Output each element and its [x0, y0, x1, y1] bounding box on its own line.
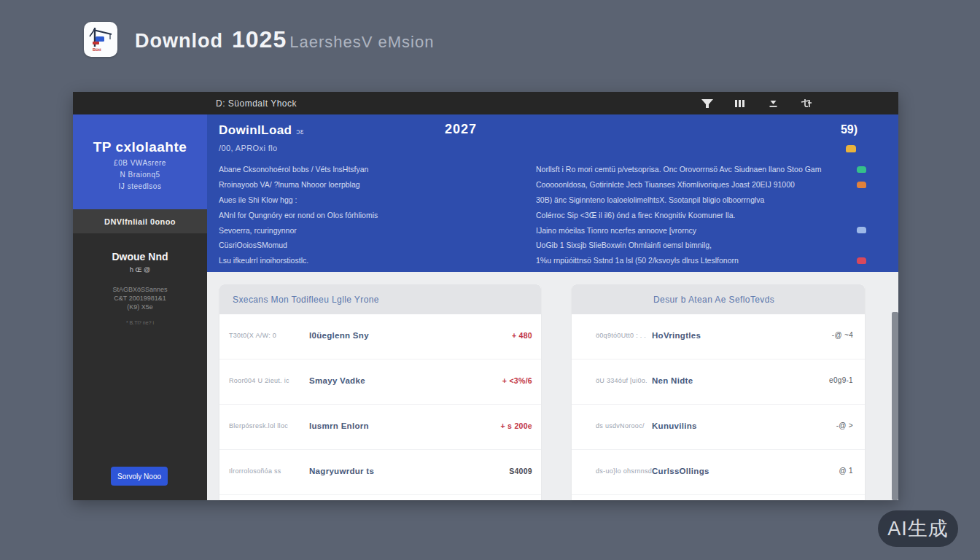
- summary-row-right: Cooooonldosa, Gotirinlcte Jecb Tiuanses …: [536, 180, 849, 189]
- count-badge-icon: [846, 145, 856, 152]
- list-item[interactable]: öU 334óuf [ui0o. Nen Nidte e0g9-1: [572, 359, 865, 405]
- summary-subtitle: /00, APROxi flo: [219, 144, 278, 152]
- list-item[interactable]: Ilrorrolosoñóa ss Nagryuwrdur ts S4009: [219, 450, 541, 495]
- summary-row[interactable]: Rroinayoob VA/ ?lnuma Nhooor loerpblag C…: [219, 177, 898, 192]
- summary-row-icon-slot: [849, 242, 898, 249]
- row-name: Smayy Vadke: [309, 376, 365, 385]
- sidebar: TP cxlolaahte £0B VWAsrereN Braionq5IJ s…: [73, 114, 207, 500]
- row-label: ö0q9tó0Utt0 : . .: [596, 332, 646, 339]
- app-logo: Büti: [84, 22, 117, 57]
- summary-panel: DowinlLoadɔɛ 2027 59) /00, APROxi flo Ab…: [207, 114, 898, 272]
- filter-icon[interactable]: [701, 98, 714, 109]
- sidebar-section-header[interactable]: DNVlfnliail 0onoo: [73, 209, 207, 233]
- card-left-rows: T30t0(X A/W: 0 I0üeglenn Sny + 480 Roor0…: [219, 314, 541, 495]
- vertical-scrollbar[interactable]: [892, 312, 898, 500]
- list-item[interactable]: Roor004 U 2ieut. ic Smayy Vadke + <3%/6: [219, 359, 541, 405]
- sidebar-hero: TP cxlolaahte £0B VWAsrereN Braionq5IJ s…: [73, 114, 207, 209]
- glyph-icon[interactable]: [799, 98, 812, 109]
- summary-title: DowinlLoadɔɛ: [219, 123, 304, 138]
- summary-row-left: Rroinayoob VA/ ?lnuma Nhooor loerpblag: [219, 180, 536, 189]
- card-right-header: Desur b Atean Ae SefloTevds: [572, 284, 865, 314]
- profile-lines: StAGBXöSSannesC&T 20019981&1(K9) X5e: [73, 285, 207, 311]
- status-dot-icon: [857, 227, 866, 233]
- summary-row-right: Norllsft i Ro mori cemtü p/vetsoprisa. O…: [536, 165, 849, 174]
- summary-row-left: Abane Cksonohoérol bobs / Véts lnsHtsfya…: [219, 165, 536, 174]
- row-label: ds usdvNorooc/: [596, 422, 645, 429]
- titlebar-icons: [701, 98, 812, 109]
- summary-row-icon-slot: [849, 227, 898, 233]
- list-item[interactable]: Blerpósresk.lol lloc lusmrn Enlorn + s 2…: [219, 405, 541, 450]
- summary-title-suffix: ɔɛ: [296, 128, 303, 136]
- list-item[interactable]: ö0q9tó0Utt0 : . . HoVringtles -@ ~4: [572, 314, 865, 359]
- sidebar-title: TP cxlolaahte: [73, 139, 207, 155]
- row-label: Ilrorrolosoñóa ss: [229, 467, 281, 475]
- summary-row-icon-slot: [849, 257, 898, 264]
- card-right-rows: ö0q9tó0Utt0 : . . HoVringtles -@ ~4 öU 3…: [572, 314, 865, 495]
- sidebar-hero-line: N Braionq5: [73, 171, 207, 179]
- profile-tiny: * B.Tl? ne? i: [73, 320, 207, 325]
- sidebar-hero-line: £0B VWAsrere: [73, 159, 207, 167]
- row-name: Kunuvilins: [652, 421, 697, 430]
- status-dot-icon: [857, 182, 866, 188]
- row-value: + <3%/6: [502, 376, 532, 385]
- sidebar-action-button[interactable]: Sorvoly Nooo: [111, 467, 168, 486]
- page: Büti Downlod 1025 LaershesV eMsion D: Sü…: [0, 0, 980, 560]
- summary-row[interactable]: ANnl for Qungnóry eor nond on Olos fórhl…: [219, 207, 898, 222]
- page-subtitle: LaershesV eMsion: [289, 33, 434, 52]
- row-name: CurlssOllings: [652, 467, 709, 475]
- card-left: Sxecans Mon Todifleeu Lglle Yrone T30t0(…: [219, 284, 541, 500]
- row-label: öU 334óuf [ui0o.: [596, 377, 648, 384]
- summary-row-left: CüsriOoiosSMomud: [219, 241, 536, 249]
- crane-icon: Büti: [84, 22, 117, 57]
- summary-row[interactable]: Abane Cksonohoérol bobs / Véts lnsHtsfya…: [219, 162, 898, 177]
- list-item[interactable]: ds-uo}lo ohsrnnsd CurlssOllings @ 1: [572, 450, 865, 495]
- row-name: lusmrn Enlorn: [309, 421, 369, 430]
- status-dot-icon: [857, 166, 866, 173]
- profile-line: (K9) X5e: [73, 303, 207, 311]
- summary-row[interactable]: Sevoerra, rcuringynnor IJaino móeilas Ti…: [219, 222, 898, 238]
- svg-text:Büti: Büti: [93, 47, 101, 52]
- row-name: Nen Nidte: [652, 376, 693, 385]
- row-value: + 480: [512, 331, 532, 340]
- summary-row-icon-slot: [849, 211, 898, 218]
- summary-row-right: IJaino móeilas Tionro ncerfes annoove [v…: [536, 226, 849, 235]
- summary-row[interactable]: CüsriOoiosSMomud UoGib 1 Sixsjb SlieBoxw…: [219, 238, 898, 253]
- row-value: e0g9-1: [829, 376, 853, 384]
- summary-row[interactable]: Lsu ifkeulrrl inoihorstiostlc. 1%u rnpüó…: [219, 253, 898, 268]
- summary-row-icon-slot: [849, 166, 898, 173]
- summary-row-right: 1%u rnpüóittnsö Sstnd 1a lsl (50 2/ksvoy…: [536, 256, 849, 265]
- download-icon[interactable]: [766, 98, 779, 109]
- card-left-header: Sxecans Mon Todifleeu Lglle Yrone: [219, 284, 541, 314]
- summary-row-left: Lsu ifkeulrrl inoihorstiostlc.: [219, 256, 536, 265]
- summary-count: 59): [841, 123, 858, 136]
- profile-sub: h Œ @: [73, 266, 207, 273]
- summary-row-right: UoGib 1 Sixsjb SlieBoxwin Ohmlainfi oems…: [536, 241, 849, 249]
- summary-rows: Abane Cksonohoérol bobs / Véts lnsHtsfya…: [219, 162, 898, 268]
- summary-row-left: ANnl for Qungnóry eor nond on Olos fórhl…: [219, 211, 536, 219]
- summary-row[interactable]: Aues ile Shi Klow hgg : 30B) änc Siginnt…: [219, 192, 898, 208]
- row-label: T30t0(X A/W: 0: [229, 332, 276, 339]
- row-value: -@ >: [836, 421, 853, 429]
- row-name: I0üeglenn Sny: [309, 331, 369, 340]
- list-item[interactable]: T30t0(X A/W: 0 I0üeglenn Sny + 480: [219, 314, 541, 359]
- window-title: D: Süomdalt Yhock: [216, 98, 297, 109]
- sidebar-hero-line: IJ steedlsos: [73, 182, 207, 190]
- sidebar-hero-lines: £0B VWAsrereN Braionq5IJ steedlsos: [73, 159, 207, 190]
- row-value: -@ ~4: [832, 331, 853, 339]
- summary-row-left: Sevoerra, rcuringynnor: [219, 226, 536, 235]
- status-dot-icon: [857, 257, 866, 264]
- row-name: HoVringtles: [652, 331, 701, 340]
- row-value: + s 200e: [500, 421, 532, 430]
- card-right: Desur b Atean Ae SefloTevds ö0q9tó0Utt0 …: [572, 284, 865, 500]
- summary-row-icon-slot: [849, 182, 898, 188]
- ai-watermark-badge: AI生成: [878, 510, 958, 547]
- row-name: Nagryuwrdur ts: [309, 467, 374, 475]
- columns-icon[interactable]: [734, 98, 747, 109]
- page-version: 1025: [232, 26, 287, 53]
- row-value: @ 1: [839, 467, 853, 475]
- summary-row-right: 30B) änc Siginnteno loaloelolimelhtsX. S…: [536, 195, 849, 204]
- profile-line: StAGBXöSSannes: [73, 285, 207, 294]
- window-titlebar: D: Süomdalt Yhock: [73, 92, 898, 114]
- profile-line: C&T 20019981&1: [73, 294, 207, 303]
- list-item[interactable]: ds usdvNorooc/ Kunuvilins -@ >: [572, 405, 865, 450]
